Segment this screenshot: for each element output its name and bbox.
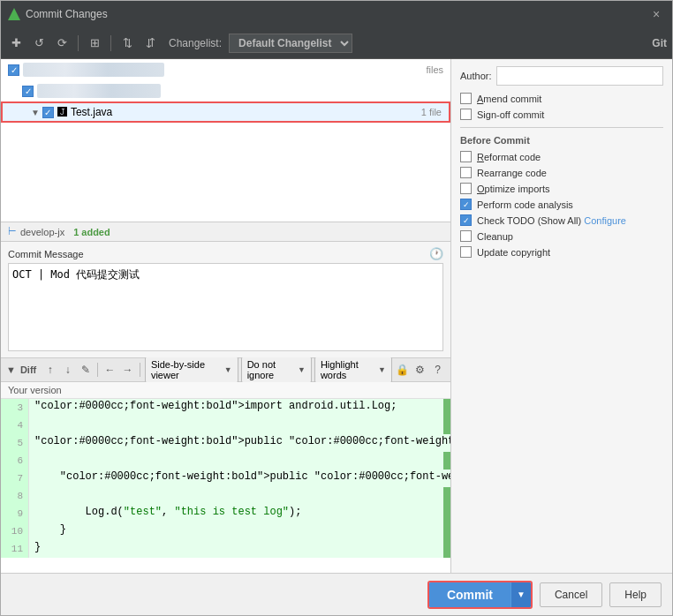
diff-right-btn[interactable]: → — [120, 361, 135, 379]
ignore-dropdown[interactable]: Do not ignore ▼ — [241, 357, 312, 383]
highlight-dropdown[interactable]: Highlight words ▼ — [314, 357, 392, 383]
history-icon[interactable]: 🕐 — [429, 247, 443, 260]
diff-line-number: 4 — [1, 417, 29, 434]
right-panel: Author: Amend commit Sign-off commit Bef… — [451, 59, 672, 573]
viewer-label: Side-by-side viewer — [151, 359, 222, 380]
cleanup-checkbox[interactable] — [460, 230, 472, 242]
copyright-label: Update copyright — [477, 247, 550, 258]
vcs-icon: ⊢ — [8, 226, 17, 237]
commit-message-label: Commit Message 🕐 — [8, 247, 443, 260]
toolbar-add-button[interactable]: ✚ — [6, 34, 26, 53]
amend-commit-checkbox[interactable] — [460, 93, 472, 104]
file-tree-row-1[interactable]: ✓ files — [1, 59, 450, 80]
diff-sep-1 — [97, 363, 98, 377]
diff-version-label: Your version — [1, 382, 450, 399]
viewer-dropdown[interactable]: Side-by-side viewer ▼ — [145, 357, 238, 383]
option-check-todo: Check TODO (Show All) Configure — [460, 214, 663, 226]
diff-line-indicator — [443, 522, 450, 540]
expand-arrow: ▼ — [31, 108, 40, 117]
file-status: 1 added — [73, 227, 110, 237]
title-bar: Commit Changes × — [1, 1, 672, 27]
perform-checkbox[interactable] — [460, 199, 472, 210]
diff-left-btn[interactable]: ← — [102, 361, 117, 379]
diff-section: ▼ Diff ↑ ↓ ✎ ← → Side-by-side viewer ▼ D… — [1, 357, 450, 573]
author-label: Author: — [460, 71, 491, 81]
diff-edit-btn[interactable]: ✎ — [78, 361, 93, 379]
file-checkbox-3[interactable]: ✓ — [42, 107, 54, 118]
file-checkbox-1[interactable]: ✓ — [8, 64, 19, 76]
option-copyright: Update copyright — [460, 246, 663, 258]
diff-help-btn[interactable]: ? — [430, 361, 445, 379]
copyright-checkbox[interactable] — [460, 246, 472, 258]
file-checkbox-2[interactable]: ✓ — [22, 86, 34, 97]
diff-code-line: 8 — [1, 487, 450, 505]
diff-line-number: 10 — [1, 522, 29, 540]
window-title: Commit Changes — [26, 8, 647, 20]
toolbar-sort-asc-button[interactable]: ⇅ — [117, 34, 137, 53]
diff-line-content: } — [29, 540, 443, 558]
option-rearrange: Rearrange code — [460, 167, 663, 178]
option-perform: Perform code analysis — [460, 199, 663, 210]
rearrange-checkbox[interactable] — [460, 167, 472, 178]
highlight-arrow: ▼ — [378, 365, 386, 374]
commit-message-input[interactable]: OCT | Mod 代码提交测试 — [8, 263, 443, 351]
rearrange-label: Rearrange code — [477, 168, 547, 178]
diff-code-area: 3"color:#0000cc;font-weight:bold">import… — [1, 399, 450, 558]
help-button[interactable]: Help — [609, 582, 662, 607]
commit-dropdown-button[interactable]: ▼ — [510, 582, 531, 607]
amend-commit-label: Amend commit — [477, 94, 541, 104]
diff-line-content — [29, 487, 443, 505]
sign-off-checkbox[interactable] — [460, 109, 472, 120]
check-todo-label: Check TODO (Show All) Configure — [477, 215, 626, 226]
toolbar-separator-2 — [110, 35, 111, 51]
reformat-label: Reformat code — [477, 152, 541, 162]
file-tree-row-3[interactable]: ▼ ✓ 🅹 Test.java 1 file — [1, 101, 450, 123]
toolbar-sort-desc-button[interactable]: ⇵ — [140, 34, 160, 53]
diff-code-line: 10 } — [1, 522, 450, 540]
diff-line-indicator — [443, 505, 450, 522]
file-status-bar: ⊢ develop-jx 1 added — [1, 222, 450, 242]
diff-line-indicator — [443, 399, 450, 417]
reformat-checkbox[interactable] — [460, 151, 472, 162]
perform-label: Perform code analysis — [477, 199, 573, 210]
diff-line-number: 3 — [1, 399, 29, 417]
diff-line-number: 9 — [1, 505, 29, 522]
diff-code-line: 6 — [1, 452, 450, 470]
toolbar-undo-button[interactable]: ↺ — [29, 34, 49, 53]
diff-line-number: 7 — [1, 470, 29, 487]
check-todo-checkbox[interactable] — [460, 214, 472, 226]
changelist-select[interactable]: Default Changelist — [229, 34, 352, 53]
toolbar-refresh-button[interactable]: ⟳ — [52, 34, 72, 53]
diff-label: Diff — [20, 364, 36, 375]
diff-line-number: 6 — [1, 452, 29, 470]
author-input[interactable] — [496, 66, 663, 86]
diff-lock-btn[interactable]: 🔒 — [395, 361, 410, 379]
commit-button-group: Commit ▼ — [427, 581, 533, 609]
file-name-blurred-2 — [37, 84, 161, 98]
diff-line-number: 11 — [1, 540, 29, 558]
toolbar-group-button[interactable]: ⊞ — [85, 34, 104, 53]
sign-off-row: Sign-off commit — [460, 109, 663, 120]
main-window: Commit Changes × ✚ ↺ ⟳ ⊞ ⇅ ⇵ Changelist:… — [0, 0, 673, 616]
diff-expand-arrow[interactable]: ▼ — [6, 364, 16, 375]
diff-next-btn[interactable]: ↓ — [60, 361, 75, 379]
commit-button[interactable]: Commit — [429, 582, 510, 607]
diff-line-number: 8 — [1, 487, 29, 505]
diff-line-indicator — [443, 540, 450, 558]
close-button[interactable]: × — [647, 5, 665, 23]
diff-code-line: 5"color:#0000cc;font-weight:bold">public… — [1, 434, 450, 452]
diff-line-content — [29, 417, 443, 434]
diff-line-indicator — [443, 417, 450, 434]
option-cleanup: Cleanup — [460, 230, 663, 242]
diff-prev-btn[interactable]: ↑ — [42, 361, 57, 379]
diff-line-number: 5 — [1, 434, 29, 452]
cancel-button[interactable]: Cancel — [540, 582, 602, 607]
configure-link[interactable]: Configure — [584, 215, 626, 226]
diff-settings-btn[interactable]: ⚙ — [412, 361, 427, 379]
section-divider — [460, 127, 663, 128]
java-file-icon: 🅹 — [57, 107, 67, 117]
optimize-checkbox[interactable] — [460, 183, 472, 194]
file-tree-row-2[interactable]: ✓ — [1, 80, 450, 101]
diff-code-line: 3"color:#0000cc;font-weight:bold">import… — [1, 399, 450, 417]
ignore-arrow: ▼ — [298, 365, 306, 374]
